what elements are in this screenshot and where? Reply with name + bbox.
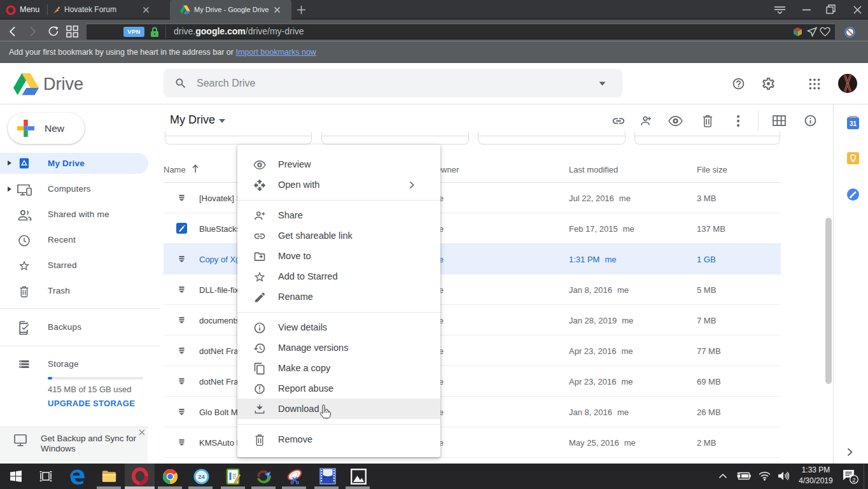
svg-text:24: 24 [198, 473, 205, 480]
svg-text:2: 2 [852, 476, 855, 483]
